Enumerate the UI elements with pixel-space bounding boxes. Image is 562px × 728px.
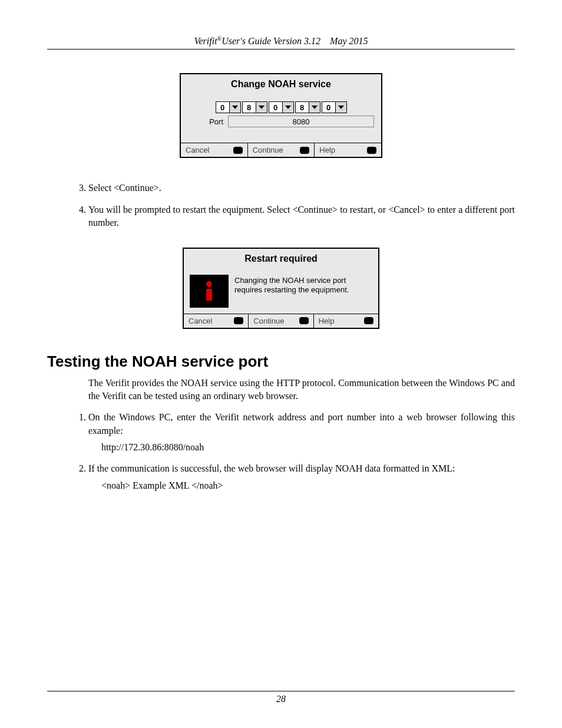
digit-value: 0	[322, 101, 336, 113]
cancel-button[interactable]: Cancel	[184, 314, 249, 328]
port-digit-spinner[interactable]: 8	[242, 101, 267, 113]
running-header: Verifit®User's Guide Version 3.12 May 20…	[47, 35, 515, 50]
step-list-a: Select <Continue>. You will be prompted …	[88, 182, 515, 229]
port-value: 8080	[293, 117, 310, 126]
step-b2-text: If the communication is successful, the …	[88, 463, 455, 473]
section-heading: Testing the NOAH service port	[47, 353, 515, 371]
button-indicator-icon	[234, 317, 243, 324]
button-indicator-icon	[364, 317, 373, 324]
dialog-restart-required: Restart required Changing the NOAH servi…	[183, 248, 379, 329]
svg-rect-6	[206, 289, 212, 301]
continue-label: Continue	[253, 317, 284, 325]
svg-marker-3	[312, 106, 318, 109]
step-4: You will be prompted to restart the equi…	[88, 203, 515, 230]
svg-marker-1	[259, 106, 265, 109]
digit-value: 0	[269, 101, 283, 113]
step-list-b: On the Windows PC, enter the Verifit net…	[88, 411, 515, 492]
dropdown-icon[interactable]	[336, 101, 347, 113]
port-digit-spinner[interactable]: 0	[269, 101, 294, 113]
button-indicator-icon	[367, 147, 376, 154]
dropdown-icon[interactable]	[283, 101, 294, 113]
dialog-title: Restart required	[184, 249, 378, 270]
figure-restart-required: Restart required Changing the NOAH servi…	[47, 248, 515, 329]
step-b2-example: <noah> Example XML </noah>	[101, 479, 515, 492]
svg-marker-0	[232, 106, 238, 109]
dialog-change-noah: Change NOAH service 0 8 0	[180, 73, 382, 158]
help-label: Help	[319, 317, 335, 325]
step-b1: On the Windows PC, enter the Verifit net…	[88, 411, 515, 454]
svg-point-5	[206, 281, 212, 287]
digit-value: 0	[216, 101, 230, 113]
cancel-label: Cancel	[186, 146, 209, 154]
info-icon	[190, 275, 229, 308]
step-b1-text: On the Windows PC, enter the Verifit net…	[88, 412, 515, 435]
port-label: Port	[188, 117, 228, 126]
page-number: 28	[276, 694, 286, 704]
digit-value: 8	[242, 101, 256, 113]
dropdown-icon[interactable]	[309, 101, 320, 113]
port-digit-spinner[interactable]: 8	[295, 101, 320, 113]
continue-label: Continue	[253, 146, 283, 154]
help-label: Help	[319, 146, 335, 154]
svg-marker-2	[285, 106, 291, 109]
dialog-message: Changing the NOAH service port requires …	[234, 275, 372, 295]
svg-marker-4	[338, 106, 344, 109]
cancel-label: Cancel	[189, 317, 212, 325]
port-digit-spinner[interactable]: 0	[216, 101, 241, 113]
section-intro: The Verifit provides the NOAH service us…	[88, 377, 515, 403]
header-product: Verifit	[194, 36, 217, 46]
button-indicator-icon	[300, 147, 309, 154]
button-indicator-icon	[299, 317, 309, 324]
port-digit-spinner[interactable]: 0	[322, 101, 347, 113]
continue-button[interactable]: Continue	[249, 314, 313, 328]
help-button[interactable]: Help	[314, 314, 378, 328]
figure-change-noah-service: Change NOAH service 0 8 0	[47, 73, 515, 158]
cancel-button[interactable]: Cancel	[181, 143, 248, 157]
page-footer: 28	[47, 691, 515, 704]
dialog-title: Change NOAH service	[181, 74, 381, 95]
dropdown-icon[interactable]	[256, 101, 267, 113]
button-indicator-icon	[233, 147, 243, 154]
step-b1-example: http://172.30.86:8080/noah	[101, 441, 515, 454]
step-b2: If the communication is successful, the …	[88, 462, 515, 492]
help-button[interactable]: Help	[315, 143, 381, 157]
dropdown-icon[interactable]	[230, 101, 241, 113]
header-title: User's Guide Version 3.12	[222, 36, 320, 46]
port-digit-row: 0 8 0 8 0	[188, 101, 374, 113]
digit-value: 8	[295, 101, 309, 113]
port-field[interactable]: 8080	[228, 116, 374, 127]
header-date: May 2015	[330, 36, 368, 46]
step-3: Select <Continue>.	[88, 182, 515, 195]
continue-button[interactable]: Continue	[248, 143, 315, 157]
